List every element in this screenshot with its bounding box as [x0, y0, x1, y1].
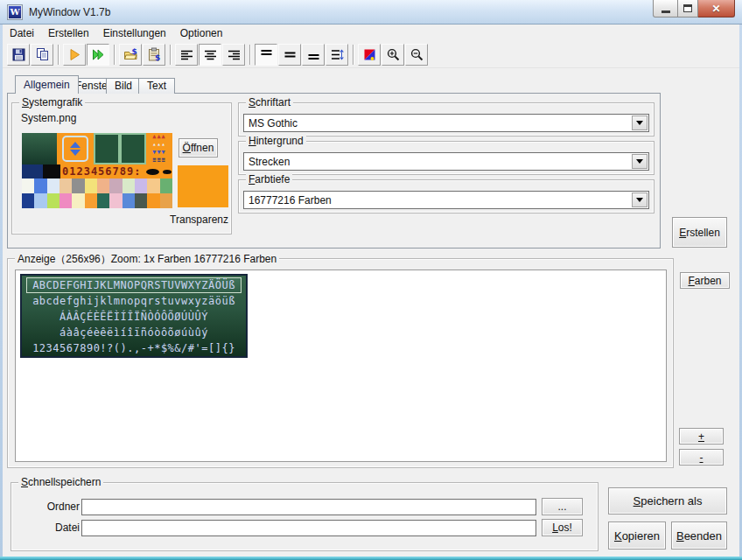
menu-erstellen[interactable]: Erstellen — [41, 25, 96, 41]
schriftart-combobox[interactable]: MS Gothic — [243, 114, 649, 132]
palette-cell — [147, 193, 159, 208]
window-border — [0, 24, 3, 560]
minimize-button[interactable] — [653, 0, 678, 18]
caption-buttons: ✕ — [653, 0, 735, 18]
run-button[interactable] — [63, 44, 86, 66]
los-button[interactable]: Los! — [542, 519, 583, 536]
valign-middle-icon — [283, 47, 298, 62]
run-icon — [67, 47, 82, 62]
zoom-in-icon — [386, 47, 401, 62]
palette-cell — [34, 193, 46, 208]
toolbar-separator — [58, 45, 60, 65]
anzeige-group: Anzeige（256x96）Zoom: 1x Farben 16777216 … — [7, 258, 674, 468]
valign-bottom-icon — [306, 47, 321, 62]
system-filename: System.png — [21, 112, 76, 124]
tile-green-framed — [120, 133, 146, 164]
schriftart-group-label: Schriftart — [246, 96, 293, 108]
align-right-icon — [227, 47, 242, 62]
app-window: W MyWindow V1.7b ✕ Datei Erstellen Einst… — [0, 0, 742, 560]
svg-text:$: $ — [155, 53, 160, 62]
maximize-button[interactable] — [678, 0, 698, 18]
speichern-als-button[interactable]: Speichern als — [608, 487, 727, 514]
ordner-label: Ordner — [18, 499, 80, 515]
save-button[interactable] — [7, 44, 30, 66]
align-center-button[interactable] — [199, 44, 221, 66]
align-right-button[interactable] — [222, 44, 245, 66]
kopieren-button[interactable]: Kopieren — [608, 522, 666, 550]
window-title: MyWindow V1.7b — [29, 6, 110, 18]
farbtiefe-value: 16777216 Farben — [248, 193, 332, 207]
zoom-out-button[interactable] — [405, 44, 428, 66]
close-icon: ✕ — [711, 4, 720, 14]
titlebar[interactable]: W MyWindow V1.7b ✕ — [0, 0, 742, 24]
datei-input[interactable] — [81, 520, 536, 536]
palette-cell — [22, 178, 34, 193]
toolbar-separator — [353, 45, 354, 65]
beenden-button[interactable]: Beenden — [671, 522, 727, 550]
oeffnen-button[interactable]: Öffnen — [178, 138, 218, 158]
app-icon: W — [7, 4, 23, 20]
line-spacing-button[interactable] — [326, 44, 348, 66]
palette-cell — [47, 193, 60, 208]
zoom-in-button[interactable] — [382, 44, 404, 66]
palette-cell — [160, 178, 172, 193]
hintergrund-combobox[interactable]: Strecken — [243, 152, 649, 171]
run-all-button[interactable] — [87, 44, 109, 66]
font-preview-line: ÁÀÂÇÉÈÊËÌÍÎÏÑÒÓÔÕØÚÙÛÝ — [22, 309, 246, 325]
erstellen-button[interactable]: Erstellen — [672, 217, 727, 248]
toolbar: $ $ — [3, 42, 739, 68]
menu-optionen[interactable]: Optionen — [173, 25, 230, 41]
palette-bottom — [22, 193, 172, 208]
palette-cell — [85, 178, 97, 193]
transparenz-swatch[interactable] — [178, 165, 228, 207]
color-picker-button[interactable] — [358, 44, 381, 66]
minimize-icon — [662, 10, 670, 13]
align-left-button[interactable] — [175, 44, 198, 66]
toolbar-separator — [249, 45, 251, 65]
palette-cell — [160, 193, 172, 208]
valign-middle-button[interactable] — [278, 44, 301, 66]
tile-arrow-pattern: ▲▲▲ ▴▴▴ ▼▼▼ ≡≡≡ — [146, 133, 172, 164]
paste-price-button[interactable]: $ — [143, 44, 165, 66]
close-button[interactable]: ✕ — [698, 0, 735, 18]
maximize-icon — [683, 4, 692, 12]
palette-top — [22, 178, 172, 193]
zoom-minus-button[interactable]: - — [679, 449, 724, 466]
tab-text[interactable]: Text — [138, 78, 175, 94]
copy-button[interactable] — [31, 44, 53, 66]
font-preview-bitmap: ABCDEFGHIJKLMNOPQRSTUVWXYZÄÖÜß abcdefghi… — [20, 274, 248, 358]
font-preview-line: abcdefghijklmnopqrstuvwxyzäöüß — [22, 293, 246, 309]
hintergrund-group: Hintergrund Strecken — [238, 141, 654, 175]
menubar: Datei Erstellen Einstellungen Optionen — [3, 24, 739, 42]
bitmap-ellipse — [163, 170, 172, 174]
chevron-down-icon — [636, 121, 643, 125]
chevron-down-icon — [636, 159, 643, 164]
farbtiefe-combobox[interactable]: 16777216 Farben — [243, 191, 649, 209]
palette-cell — [109, 178, 122, 193]
line-spacing-icon — [330, 47, 345, 62]
menu-einstellungen[interactable]: Einstellungen — [96, 25, 173, 41]
tab-allgemein[interactable]: Allgemein — [15, 75, 79, 94]
farbtiefe-group-label: Farbtiefe — [246, 173, 292, 186]
valign-bottom-button[interactable] — [302, 44, 325, 66]
hintergrund-dropdown-button[interactable] — [632, 154, 648, 169]
farbtiefe-dropdown-button[interactable] — [632, 192, 648, 207]
palette-cell — [85, 193, 97, 208]
open-price-button[interactable]: $ — [119, 44, 142, 66]
tile-black — [43, 164, 60, 178]
tab-bild[interactable]: Bild — [106, 78, 141, 94]
menu-datei[interactable]: Datei — [3, 25, 41, 41]
zoom-plus-button[interactable]: + — [679, 428, 724, 444]
palette-cell — [22, 193, 34, 208]
hintergrund-value: Strecken — [248, 155, 290, 169]
font-preview-selected-row[interactable]: ABCDEFGHIJKLMNOPQRSTUVWXYZÄÖÜß — [26, 277, 242, 293]
browse-button[interactable]: ... — [542, 498, 583, 515]
schriftart-dropdown-button[interactable] — [632, 116, 648, 130]
valign-top-button[interactable] — [255, 44, 277, 66]
bitmap-digits: 0123456789: — [62, 165, 141, 178]
palette-cell — [135, 193, 147, 208]
system-bitmap-preview: ▲▲▲ ▴▴▴ ▼▼▼ ≡≡≡ 0123456789: — [22, 133, 172, 208]
tile-navy — [22, 164, 43, 178]
farben-button[interactable]: Farben — [680, 272, 730, 289]
ordner-input[interactable] — [81, 499, 536, 515]
